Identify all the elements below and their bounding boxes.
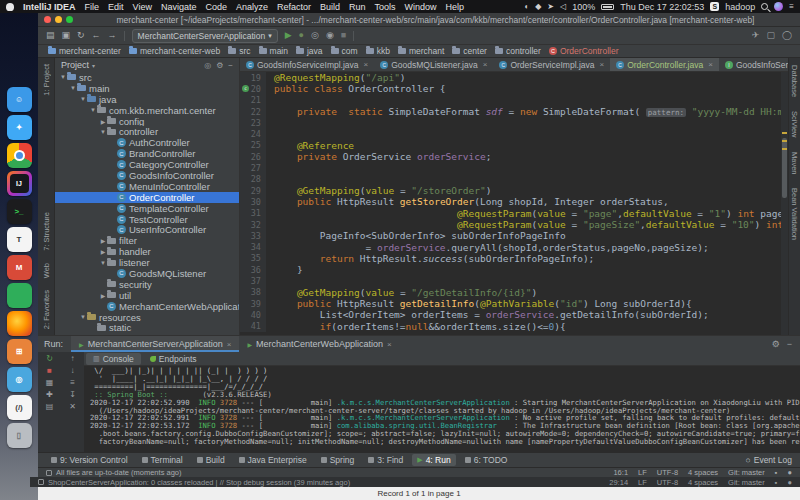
breadcrumb-item-merchant[interactable]: merchant <box>398 46 444 56</box>
debug-icon[interactable]: ● <box>299 31 304 40</box>
code-line[interactable]: 41 if(orderItems!=null&&orderItems.size(… <box>240 321 788 332</box>
menubar-item-file[interactable]: File <box>85 2 100 12</box>
back-icon[interactable]: ← <box>92 31 101 40</box>
toolwindow-button-3-find[interactable]: 3: Find <box>363 454 408 466</box>
window-titlebar[interactable]: merchant-center [~/ideaProjects/merchant… <box>38 13 800 27</box>
menubar-item-view[interactable]: View <box>133 2 152 12</box>
tree-item-menuinfocontroller[interactable]: CMenuInfoController <box>55 181 239 192</box>
status-widget-utf-8[interactable]: UTF-8 <box>657 478 678 487</box>
menubar-item-tools[interactable]: Tools <box>375 2 396 12</box>
sidebar-item-maven[interactable]: Maven <box>790 152 799 175</box>
event-log-button[interactable]: ○Event Log <box>746 455 792 465</box>
run-tab-merchantcenterwebapplication[interactable]: ▶MerchantCenterWebApplication× <box>239 336 399 352</box>
shield-icon[interactable]: ◆ <box>535 2 541 11</box>
code-line[interactable]: 19@RequestMapping("/api") <box>240 72 788 83</box>
code-line[interactable]: 26 private OrderService orderService; <box>240 151 788 162</box>
tab-goodsinfoserviceimpl-java[interactable]: CGoodsInfoServiceImpl.java× <box>240 58 374 71</box>
tree-item-ordercontroller[interactable]: COrderController <box>55 192 239 203</box>
tree-item-com-kkb-merchant-center[interactable]: ▼com.kkb.merchant.center <box>55 105 239 116</box>
breadcrumb-item-merchant-center-web[interactable]: merchant-center-web <box>129 46 220 56</box>
search-everywhere-icon[interactable]: ◯ <box>782 31 792 40</box>
status-widget-git-master[interactable]: Git: master <box>728 468 765 477</box>
menubar-item-code[interactable]: Code <box>205 2 227 12</box>
close-icon[interactable]: × <box>483 60 488 69</box>
close-icon[interactable]: × <box>708 60 713 69</box>
sync-icon[interactable]: ↻ <box>77 31 85 40</box>
down-stack-icon[interactable]: ↓ <box>71 367 75 375</box>
code-line[interactable]: 38 @GetMapping(value = "/getDetailInfo/{… <box>240 287 788 298</box>
clear-icon[interactable]: ✕ <box>69 403 76 411</box>
code-line[interactable]: 30 public HttpResult getStoreOrder(Long … <box>240 196 788 207</box>
notifications-icon[interactable]: ● <box>787 468 792 477</box>
code-line[interactable]: 27 <box>240 162 788 173</box>
tree-item-resources[interactable]: ▼resources <box>55 312 239 323</box>
menubar-item-analyze[interactable]: Analyze <box>236 2 268 12</box>
warning-stripe-mark[interactable] <box>782 140 787 142</box>
editor-scrollbar[interactable] <box>781 72 788 335</box>
up-stack-icon[interactable]: ↑ <box>71 355 75 363</box>
dock-trash[interactable]: ▯ <box>7 423 32 448</box>
tool-windows-icon[interactable]: ▢ <box>766 31 775 40</box>
sidebar-item-web[interactable]: Web <box>42 263 51 278</box>
run-tab-merchantcenterserverapplication[interactable]: ▶MerchantCenterServerApplication× <box>71 336 239 352</box>
tab-orderserviceimpl-java[interactable]: COrderServiceImpl.java× <box>493 58 610 71</box>
location-icon[interactable]: ➤ <box>547 2 554 11</box>
code-line[interactable]: 24 <box>240 128 788 139</box>
user-name[interactable]: hadoop <box>725 2 755 12</box>
dock-safari[interactable]: ✦ <box>7 115 32 140</box>
chevron-right-icon[interactable]: ▶ <box>99 248 107 255</box>
code-line[interactable]: 22 private static SimpleDateFormat sdf =… <box>240 106 788 117</box>
dock-terminal[interactable]: >_ <box>7 199 32 224</box>
dock-orgchart[interactable]: ⊞ <box>7 339 32 364</box>
spotlight-search-icon[interactable] <box>761 3 768 10</box>
tree-item-static[interactable]: static <box>55 322 239 333</box>
chevron-down-icon[interactable]: ▼ <box>69 85 77 91</box>
toolwindow-button-4-run[interactable]: ▶4: Run <box>412 454 455 466</box>
close-icon[interactable]: × <box>387 340 392 349</box>
tab-ordercontroller-java[interactable]: COrderController.java× <box>610 58 719 71</box>
code-line[interactable]: 20cpublic class OrderController { <box>240 83 788 94</box>
tab-goodsmqlistener-java[interactable]: CGoodsMQListener.java× <box>374 58 493 71</box>
sidebar-item--favorites[interactable]: 2: Favorites <box>42 290 51 329</box>
menubar-clock[interactable]: Thu Dec 17 22:02:53 <box>620 2 704 12</box>
menubar-item-intellij-idea[interactable]: IntelliJ IDEA <box>23 2 76 12</box>
status-widget-16-1[interactable]: 16:1 <box>613 468 628 477</box>
code-line[interactable]: 29 @GetMapping(value = "/storeOrder") <box>240 185 788 196</box>
status-widget-lf[interactable]: LF <box>638 478 647 487</box>
chevron-down-icon[interactable]: ▼ <box>59 74 67 80</box>
close-icon[interactable]: × <box>227 340 232 349</box>
status-widget-lf[interactable]: LF <box>638 468 647 477</box>
breadcrumb-item-OrderController[interactable]: COrderController <box>549 46 619 56</box>
restart-icon[interactable]: ▦ <box>46 379 54 387</box>
lock-icon[interactable]: ▪ <box>775 468 778 477</box>
code-line[interactable]: 36 } <box>240 264 788 275</box>
code-line[interactable]: 40 List<OrderItem> orderItems = orderSer… <box>240 309 788 320</box>
run-configuration-select[interactable]: MerchantCenterServerApplication ▾ <box>132 29 278 43</box>
dock-intellij[interactable]: IJ <box>7 171 32 196</box>
code-line[interactable]: 31 @RequestParam(value = "page",defaultV… <box>240 208 788 219</box>
gear-icon[interactable]: ⚙ <box>772 339 780 349</box>
dock-finder[interactable]: ☺ <box>7 87 32 112</box>
menubar-item-refactor[interactable]: Refactor <box>277 2 311 12</box>
tree-item-brandcontroller[interactable]: CBrandController <box>55 148 239 159</box>
breadcrumb-item-java[interactable]: java <box>296 46 323 56</box>
profiler-icon[interactable]: ◉ <box>326 31 334 40</box>
dock-typora[interactable]: T <box>7 227 32 252</box>
chevron-down-icon[interactable]: ▼ <box>89 107 97 113</box>
tree-item-filter[interactable]: ▶filter <box>55 235 239 246</box>
hide-panel-icon[interactable]: − <box>787 339 792 349</box>
status-widget-utf-8[interactable]: UTF-8 <box>657 468 678 477</box>
breadcrumb-item-merchant-center[interactable]: merchant-center <box>48 46 121 56</box>
toolwindow-button-java-enterprise[interactable]: Java Enterprise <box>234 454 312 466</box>
run-icon[interactable]: ▶ <box>285 31 292 40</box>
chevron-right-icon[interactable]: ▶ <box>99 292 107 299</box>
menubar-item-build[interactable]: Build <box>320 2 340 12</box>
code-editor[interactable]: 19@RequestMapping("/api")20cpublic class… <box>240 72 788 335</box>
toolwindow-button-spring[interactable]: Spring <box>316 454 360 466</box>
tree-item-src[interactable]: ▼src <box>55 72 239 83</box>
menubar-item-run[interactable]: Run <box>349 2 366 12</box>
chevron-down-icon[interactable]: ▼ <box>99 129 107 135</box>
save-all-icon[interactable]: ▣ <box>62 31 71 40</box>
breadcrumb-item-main[interactable]: main <box>259 46 288 56</box>
dock-xmind[interactable]: M <box>7 255 32 280</box>
